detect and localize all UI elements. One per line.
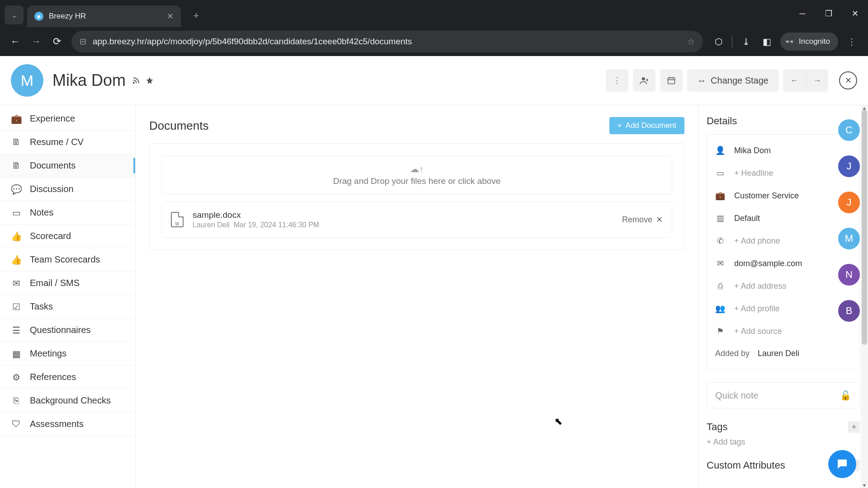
sidebar-item-discussion[interactable]: 💬Discussion bbox=[0, 178, 135, 201]
pipeline-icon: ▥ bbox=[715, 213, 725, 223]
details-card: 👤Mika Dom ▭+ Headline 💼Customer Service … bbox=[707, 134, 860, 370]
id-card-icon: ⎘ bbox=[11, 395, 22, 406]
added-by-row: Added by Lauren Deli bbox=[707, 343, 859, 365]
scroll-thumb[interactable] bbox=[862, 110, 867, 345]
sidebar-item-scorecard[interactable]: 👍Scorecard bbox=[0, 225, 135, 248]
add-tags-link[interactable]: + Add tags bbox=[707, 437, 860, 447]
sidebar-item-tasks[interactable]: ☑Tasks bbox=[0, 295, 135, 319]
sidebar-item-background-checks[interactable]: ⎘Background Checks bbox=[0, 389, 135, 413]
add-document-button[interactable]: + Add Document bbox=[609, 117, 684, 134]
detail-profile[interactable]: 👥+ Add profile bbox=[707, 297, 859, 320]
collaborator-avatar[interactable]: B bbox=[838, 300, 860, 322]
quick-note-input[interactable]: Quick note 🔓 bbox=[707, 382, 860, 408]
browser-tab[interactable]: ◉ Breezy HR ✕ bbox=[27, 5, 181, 27]
sidebar-item-questionnaires[interactable]: ☰Questionnaires bbox=[0, 319, 135, 342]
change-stage-button[interactable]: ↔ Change Stage bbox=[687, 69, 778, 92]
downloads-icon[interactable]: ⤓ bbox=[736, 32, 756, 52]
plus-icon: + bbox=[618, 121, 622, 130]
extensions-icon[interactable]: ⬡ bbox=[708, 32, 728, 52]
sidebar-item-label: Questionnaires bbox=[30, 325, 91, 335]
site-info-icon[interactable]: ⊟ bbox=[80, 37, 86, 47]
file-dropzone[interactable]: ☁↑ Drag and Drop your files here or clic… bbox=[161, 155, 672, 194]
word-doc-icon: W bbox=[171, 212, 184, 227]
new-tab-button[interactable]: + bbox=[189, 10, 203, 22]
section-title: Documents bbox=[149, 119, 209, 133]
sidebar-item-assessments[interactable]: 🛡Assessments bbox=[0, 413, 135, 436]
cloud-upload-icon: ☁↑ bbox=[410, 164, 424, 174]
svg-point-0 bbox=[133, 82, 134, 83]
tabs-dropdown[interactable]: ⌄ bbox=[5, 5, 24, 24]
candidate-name: Mika Dom bbox=[52, 71, 126, 90]
details-title: Details bbox=[707, 115, 860, 127]
add-tag-button[interactable]: + bbox=[848, 421, 860, 433]
scrollbar[interactable]: ▲ ▼ bbox=[861, 105, 868, 488]
assign-user-button[interactable] bbox=[633, 69, 656, 92]
incognito-badge[interactable]: 👓 Incognito bbox=[780, 33, 838, 51]
sidebar-item-email-sms[interactable]: ✉Email / SMS bbox=[0, 272, 135, 295]
sidebar-item-resume[interactable]: 🗎Resume / CV bbox=[0, 131, 135, 154]
more-actions-button[interactable]: ⋮ bbox=[606, 69, 628, 92]
shield-icon: 🛡 bbox=[11, 419, 22, 429]
detail-headline[interactable]: ▭+ Headline bbox=[707, 162, 859, 184]
sidebar-item-references[interactable]: ⚙References bbox=[0, 366, 135, 389]
collaborator-avatar[interactable]: C bbox=[838, 119, 860, 141]
collaborator-avatar[interactable]: N bbox=[838, 264, 860, 286]
headline-icon: ▭ bbox=[715, 168, 725, 178]
sidebar-item-label: Experience bbox=[30, 113, 75, 124]
detail-email[interactable]: ✉dom@sample.com bbox=[707, 252, 859, 275]
collaborator-avatar[interactable]: J bbox=[838, 155, 860, 177]
remove-document-button[interactable]: Remove ✕ bbox=[622, 215, 663, 225]
document-name: sample.docx bbox=[193, 210, 319, 220]
window-minimize[interactable]: ─ bbox=[789, 0, 816, 27]
tab-close-icon[interactable]: ✕ bbox=[167, 11, 174, 21]
quick-note-placeholder: Quick note bbox=[715, 390, 759, 401]
change-stage-label: Change Stage bbox=[711, 75, 769, 86]
list-icon: ☰ bbox=[11, 325, 22, 336]
star-icon[interactable] bbox=[146, 76, 154, 84]
window-close[interactable]: ✕ bbox=[842, 0, 868, 27]
scroll-down-icon[interactable]: ▼ bbox=[862, 483, 867, 488]
sidebar-item-team-scorecards[interactable]: 👍Team Scorecards bbox=[0, 248, 135, 272]
detail-source[interactable]: ⚑+ Add source bbox=[707, 320, 859, 343]
sidebar-item-experience[interactable]: 💼Experience bbox=[0, 107, 135, 131]
close-panel-button[interactable]: ✕ bbox=[839, 71, 857, 89]
sidebar-item-documents[interactable]: 🗎Documents bbox=[0, 154, 135, 178]
sidebar-item-label: Email / SMS bbox=[30, 278, 80, 288]
detail-name[interactable]: 👤Mika Dom bbox=[707, 139, 859, 162]
rss-icon[interactable] bbox=[132, 76, 140, 84]
main-panel: Documents + Add Document ☁↑ Drag and Dro… bbox=[136, 105, 698, 488]
address-bar[interactable]: ⊟ app.breezy.hr/app/c/moodjoy/p/5b46f90d… bbox=[71, 31, 703, 52]
sidebar-item-label: Assessments bbox=[30, 419, 84, 429]
detail-pipeline[interactable]: ▥Default bbox=[707, 207, 859, 230]
window-maximize[interactable]: ❐ bbox=[816, 0, 842, 27]
address-icon: ⎙ bbox=[715, 282, 725, 291]
svg-rect-2 bbox=[668, 78, 675, 84]
sidepanel-icon[interactable]: ◧ bbox=[757, 32, 777, 52]
gear-icon: ⚙ bbox=[11, 372, 22, 383]
detail-address[interactable]: ⎙+ Add address bbox=[707, 275, 859, 297]
browser-menu-icon[interactable]: ⋮ bbox=[842, 32, 862, 52]
schedule-button[interactable] bbox=[660, 69, 683, 92]
tags-title: Tags bbox=[707, 421, 727, 433]
sidebar-item-meetings[interactable]: ▦Meetings bbox=[0, 342, 135, 366]
prev-candidate-button[interactable]: ← bbox=[783, 69, 806, 92]
candidate-avatar[interactable]: M bbox=[11, 64, 43, 97]
sidebar-item-label: Meetings bbox=[30, 348, 66, 359]
sidebar-item-label: Discussion bbox=[30, 184, 74, 194]
bookmark-star-icon[interactable]: ☆ bbox=[687, 37, 695, 47]
next-candidate-button[interactable]: → bbox=[806, 69, 828, 92]
detail-position[interactable]: 💼Customer Service bbox=[707, 184, 859, 207]
nav-forward: → bbox=[27, 33, 45, 51]
sidebar-item-notes[interactable]: ▭Notes bbox=[0, 201, 135, 225]
document-row[interactable]: W sample.docx Lauren Deli Mar 19, 2024 1… bbox=[161, 202, 672, 238]
nav-reload[interactable]: ⟳ bbox=[48, 33, 66, 51]
chat-icon: 💬 bbox=[11, 184, 22, 195]
swap-icon: ↔ bbox=[697, 75, 706, 86]
collaborator-avatar[interactable]: J bbox=[838, 192, 860, 213]
help-chat-fab[interactable] bbox=[828, 450, 856, 478]
nav-back[interactable]: ← bbox=[6, 33, 24, 51]
url-text: app.breezy.hr/app/c/moodjoy/p/5b46f90dbb… bbox=[93, 37, 412, 47]
custom-attributes-title: Custom Attributes bbox=[707, 460, 785, 471]
collaborator-avatar[interactable]: M bbox=[838, 228, 860, 249]
detail-phone[interactable]: ✆+ Add phone bbox=[707, 230, 859, 252]
